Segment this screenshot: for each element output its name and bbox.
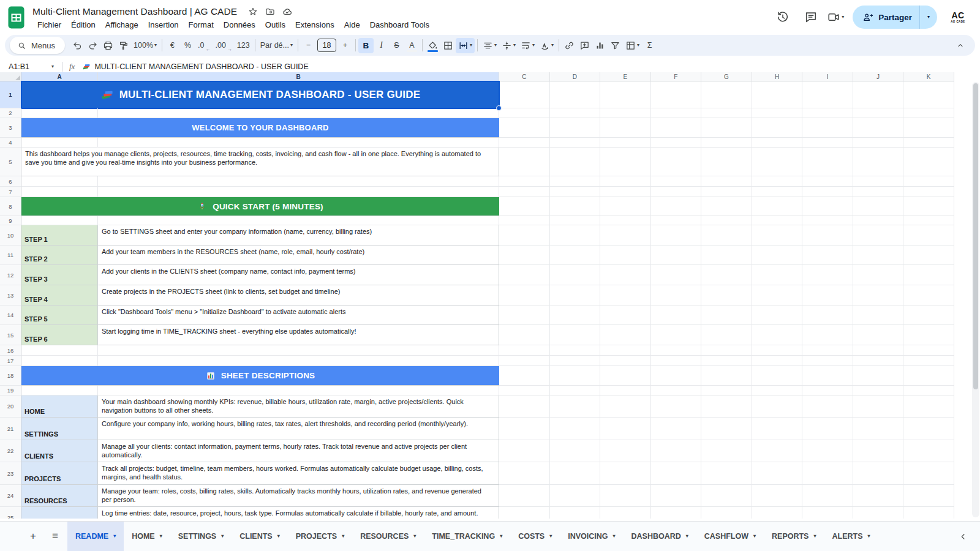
sheet-tab-settings[interactable]: SETTINGS▾ [170,522,232,551]
empty-columns-row-20[interactable] [499,395,954,418]
banner-cell-row-8[interactable]: QUICK START (5 MINUTES) [21,197,499,216]
menu-dition[interactable]: Édition [66,19,100,31]
increase-font-size-button[interactable]: + [337,38,353,53]
empty-cell-b19[interactable] [98,386,499,395]
share-dropdown-button[interactable]: ▾ [920,6,937,29]
all-sheets-button[interactable]: ≡ [45,527,65,546]
empty-columns-row-8[interactable] [499,197,954,216]
menu-aide[interactable]: Aide [339,19,365,31]
sheet-tab-caret-icon[interactable]: ▾ [277,534,280,539]
empty-columns-row-22[interactable] [499,440,954,462]
row-header-14[interactable]: 14 [0,305,21,325]
row-header-19[interactable]: 19 [0,386,21,395]
row-header-16[interactable]: 16 [0,345,21,356]
share-button[interactable]: Partager [853,6,919,29]
paragraph-cell-row-5[interactable]: This dashboard helps you manage clients,… [21,148,499,176]
empty-columns-row-21[interactable] [499,418,954,440]
description-cell-b10[interactable]: Go to SETTINGS sheet and enter your comp… [98,225,499,246]
description-cell-b13[interactable]: Create projects in the PROJECTS sheet (l… [98,285,499,305]
percent-format-button[interactable]: % [180,38,195,53]
empty-cell-a9[interactable] [21,216,98,225]
empty-cell-b9[interactable] [98,216,499,225]
increase-decimal-button[interactable]: .00→ [213,38,234,53]
sheet-tab-caret-icon[interactable]: ▾ [549,534,552,539]
row-header-11[interactable]: 11 [0,246,21,265]
borders-button[interactable] [440,38,456,53]
italic-button[interactable]: I [374,38,389,53]
sheet-tab-caret-icon[interactable]: ▾ [813,534,816,539]
row-header-25[interactable]: 25 [0,507,21,519]
sheet-tab-alerts[interactable]: ALERTS▾ [824,522,878,551]
label-cell-a10[interactable]: STEP 1 [21,225,98,246]
column-header-b[interactable]: B [98,72,499,81]
sheet-tab-caret-icon[interactable]: ▾ [413,534,416,539]
paint-format-button[interactable] [116,38,131,53]
description-cell-b22[interactable]: Manage all your clients: contact informa… [98,440,499,462]
star-icon[interactable] [246,4,260,19]
currency-format-button[interactable]: € [165,38,180,53]
text-rotation-button[interactable]: ▾ [537,38,556,53]
row-header-23[interactable]: 23 [0,462,21,485]
row-header-22[interactable]: 22 [0,440,21,462]
empty-columns-row-18[interactable] [499,366,954,386]
print-button[interactable] [100,38,116,53]
column-header-j[interactable]: J [853,72,904,81]
menu-insertion[interactable]: Insertion [143,19,184,31]
description-cell-b14[interactable]: Click "Dashboard Tools" menu > "Initiali… [98,305,499,325]
description-cell-b24[interactable]: Manage your team: roles, costs, billing … [98,485,499,507]
sheet-tab-caret-icon[interactable]: ▾ [113,534,116,539]
insert-comment-button[interactable] [577,38,592,53]
column-header-f[interactable]: F [651,72,702,81]
banner-cell-row-1[interactable]: MULTI-CLIENT MANAGEMENT DASHBOARD - USER… [21,81,499,108]
label-cell-a22[interactable]: CLIENTS [21,440,98,462]
sheet-tab-clients[interactable]: CLIENTS▾ [232,522,288,551]
formula-input[interactable]: MULTI-CLIENT MANAGEMENT DASHBOARD - USER… [82,62,308,71]
sheets-logo-icon[interactable] [8,5,26,29]
functions-button[interactable]: Σ [642,38,657,53]
row-header-10[interactable]: 10 [0,225,21,246]
row-header-12[interactable]: 12 [0,265,21,285]
empty-columns-row-23[interactable] [499,462,954,485]
label-cell-a25[interactable] [21,507,98,519]
redo-button[interactable] [85,38,100,53]
row-header-5[interactable]: 5 [0,148,21,176]
insert-link-button[interactable] [562,38,577,53]
description-cell-b15[interactable]: Start logging time in TIME_TRACKING shee… [98,325,499,345]
row-header-15[interactable]: 15 [0,325,21,345]
label-cell-a23[interactable]: PROJECTS [21,462,98,485]
empty-cell-a19[interactable] [21,386,98,395]
zoom-select[interactable]: 100%▾ [131,38,159,53]
selection-handle[interactable] [496,105,502,111]
vertical-scrollbar[interactable] [972,82,979,517]
text-color-button[interactable]: A [404,38,420,53]
empty-columns-row-17[interactable] [499,356,954,366]
label-cell-a20[interactable]: HOME [21,395,98,418]
row-header-20[interactable]: 20 [0,395,21,418]
row-header-24[interactable]: 24 [0,485,21,507]
tab-scroll-left-button[interactable] [959,532,980,541]
empty-cell-a4[interactable] [21,138,98,148]
menu-format[interactable]: Format [184,19,219,31]
add-sheet-button[interactable]: + [23,527,43,546]
font-family-select[interactable]: Par dé...▾ [258,38,295,53]
label-cell-a12[interactable]: STEP 3 [21,265,98,285]
empty-cell-b4[interactable] [98,138,499,148]
empty-columns-row-7[interactable] [499,187,954,197]
version-history-button[interactable] [771,5,795,29]
column-header-g[interactable]: G [701,72,752,81]
empty-cell-a6[interactable] [21,176,98,187]
sheet-tab-costs[interactable]: COSTS▾ [510,522,560,551]
label-cell-a21[interactable]: SETTINGS [21,418,98,440]
menu-dashboard-tools[interactable]: Dashboard Tools [365,19,434,31]
label-cell-a13[interactable]: STEP 4 [21,285,98,305]
insert-chart-button[interactable] [592,38,608,53]
menu-fichier[interactable]: Fichier [32,19,66,31]
empty-columns-row-4[interactable] [499,138,954,148]
empty-columns-row-1[interactable] [499,81,954,108]
text-wrap-button[interactable]: ▾ [518,38,537,53]
row-header-17[interactable]: 17 [0,356,21,366]
empty-columns-row-16[interactable] [499,345,954,356]
sheet-tab-caret-icon[interactable]: ▾ [160,534,162,539]
empty-columns-row-2[interactable] [499,108,954,118]
sheet-tab-resources[interactable]: RESOURCES▾ [352,522,424,551]
